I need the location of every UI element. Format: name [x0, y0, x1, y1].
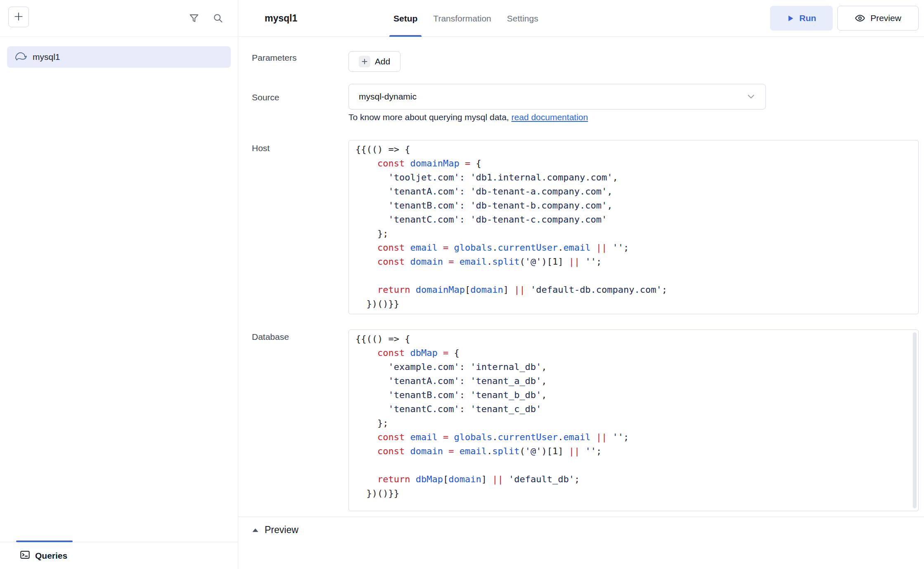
- code-line: 'tenantC.com': 'tenant_c_db': [355, 402, 912, 416]
- code-line: 'example.com': 'internal_db',: [355, 360, 912, 374]
- code-line: })()}}: [355, 486, 912, 500]
- query-item-label: mysql1: [33, 52, 60, 62]
- code-line: [355, 458, 912, 472]
- source-label: Source: [252, 92, 280, 102]
- code-line: [355, 269, 912, 283]
- code-line: {{(() => {: [355, 142, 912, 156]
- add-parameter-plus-icon: [359, 56, 370, 67]
- code-line: 'tenantB.com': 'db-tenant-b.company.com'…: [355, 199, 912, 213]
- source-dropdown[interactable]: mysql-dynamic: [348, 84, 766, 109]
- code-line: 'tooljet.com': 'db1.internal.company.com…: [355, 171, 912, 185]
- run-button-label: Run: [799, 13, 816, 23]
- query-editor-panel: mysql1 Setup Transformation Settings Run…: [238, 0, 924, 569]
- preview-button-label: Preview: [870, 13, 901, 23]
- parameters-label: Parameters: [252, 53, 297, 63]
- code-line: return domainMap[domain] || 'default-db.…: [355, 283, 912, 297]
- read-documentation-link[interactable]: read documentation: [512, 112, 588, 122]
- code-line: };: [355, 416, 912, 430]
- code-line: const dbMap = {: [355, 346, 912, 360]
- tab-transformation[interactable]: Transformation: [433, 0, 491, 37]
- plus-icon: [13, 11, 24, 23]
- search-icon[interactable]: [212, 12, 224, 24]
- code-line: const domain = email.split('@')[1] || ''…: [355, 444, 912, 458]
- tab-settings[interactable]: Settings: [507, 0, 538, 37]
- query-list-sidebar: mysql1 Queries: [0, 0, 238, 569]
- source-dropdown-value: mysql-dynamic: [359, 92, 417, 102]
- source-helper-text: To know more about querying mysql data, …: [348, 112, 588, 122]
- code-line: const domain = email.split('@')[1] || ''…: [355, 255, 912, 269]
- queries-panel-tab[interactable]: Queries: [0, 542, 238, 569]
- code-line: };: [355, 227, 912, 241]
- queries-console-icon: [19, 549, 31, 562]
- preview-section-title: Preview: [265, 524, 299, 536]
- run-button[interactable]: Run: [770, 6, 833, 31]
- sidebar-toolbar: [0, 0, 238, 37]
- editor-tabs: Setup Transformation Settings: [393, 0, 538, 37]
- add-query-button[interactable]: [8, 7, 29, 27]
- code-line: 'tenantA.com': 'db-tenant-a.company.com'…: [355, 185, 912, 199]
- code-line: 'tenantC.com': 'db-tenant-c.company.com': [355, 213, 912, 227]
- query-list-item-mysql1[interactable]: mysql1: [7, 46, 231, 68]
- code-line: 'tenantA.com': 'tenant_a_db',: [355, 374, 912, 388]
- host-code-editor[interactable]: {{(() => { const domainMap = { 'tooljet.…: [348, 140, 919, 314]
- chevron-down-icon: [746, 91, 756, 102]
- mysql-icon: [14, 50, 27, 64]
- filter-icon[interactable]: [188, 12, 200, 24]
- code-line: const email = globals.currentUser.email …: [355, 241, 912, 255]
- query-name-title[interactable]: mysql1: [265, 0, 297, 37]
- add-parameter-label: Add: [375, 57, 390, 66]
- database-code-editor[interactable]: {{(() => { const dbMap = { 'example.com'…: [348, 330, 919, 511]
- tab-setup[interactable]: Setup: [393, 0, 417, 37]
- preview-section: Preview: [238, 517, 924, 569]
- query-editor-header: mysql1 Setup Transformation Settings Run…: [238, 0, 924, 37]
- helper-prefix: To know more about querying mysql data,: [348, 112, 512, 122]
- preview-section-toggle[interactable]: Preview: [252, 524, 299, 536]
- code-line: const domainMap = {: [355, 156, 912, 171]
- add-parameter-button[interactable]: Add: [348, 51, 400, 72]
- preview-button[interactable]: Preview: [837, 6, 919, 31]
- code-line: })()}}: [355, 297, 912, 311]
- code-line: 'tenantB.com': 'tenant_b_db',: [355, 388, 912, 402]
- host-label: Host: [252, 143, 270, 153]
- queries-tab-label: Queries: [35, 551, 67, 561]
- database-editor-scrollbar[interactable]: [913, 332, 917, 508]
- play-icon: [787, 14, 794, 22]
- eye-icon: [855, 13, 865, 24]
- collapse-up-icon: [252, 528, 259, 533]
- code-line: return dbMap[domain] || 'default_db';: [355, 472, 912, 486]
- code-line: const email = globals.currentUser.email …: [355, 430, 912, 444]
- database-label: Database: [252, 332, 289, 342]
- code-line: {{(() => {: [355, 332, 912, 346]
